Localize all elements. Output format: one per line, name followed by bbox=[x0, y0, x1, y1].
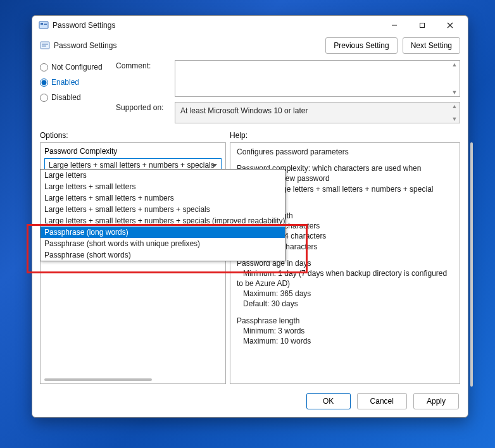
dropdown-item[interactable]: Large letters + small letters + numbers … bbox=[41, 215, 285, 227]
policy-icon bbox=[40, 40, 50, 51]
supported-value: At least Microsoft Windows 10 or later bbox=[180, 106, 308, 115]
svg-rect-3 bbox=[44, 24, 47, 25]
window-controls bbox=[380, 16, 464, 34]
svg-rect-2 bbox=[44, 23, 47, 23]
radio-label: Not Configured bbox=[51, 63, 103, 72]
dialog-footer: OK Cancel Apply bbox=[32, 387, 468, 417]
scroll-arrows: ▲▼ bbox=[450, 103, 459, 122]
titlebar: Password Settings bbox=[32, 16, 468, 35]
help-line: Minimum: 3 words bbox=[237, 327, 304, 335]
close-button[interactable] bbox=[436, 16, 464, 34]
svg-rect-0 bbox=[39, 22, 48, 28]
svg-rect-1 bbox=[41, 23, 43, 25]
svg-rect-8 bbox=[41, 42, 49, 49]
maximize-button[interactable] bbox=[408, 16, 436, 34]
help-line: Configures password parameters bbox=[237, 147, 453, 157]
supported-label: Supported on: bbox=[116, 102, 170, 112]
comment-textarea[interactable]: ▲▼ bbox=[175, 60, 460, 97]
window-title: Password Settings bbox=[53, 21, 380, 30]
dropdown-item[interactable]: Large letters bbox=[41, 170, 285, 181]
dropdown-item[interactable]: Large letters + small letters + numbers bbox=[41, 192, 285, 204]
help-line: Maximum: 365 days bbox=[237, 289, 311, 298]
comment-label: Comment: bbox=[116, 60, 170, 70]
scroll-arrows: ▲▼ bbox=[450, 61, 459, 96]
minimize-button[interactable] bbox=[380, 16, 408, 34]
horizontal-scrollbar[interactable] bbox=[44, 378, 152, 381]
state-radios: Not Configured Enabled Disabled bbox=[40, 60, 116, 123]
panes: Password Complexity Large letters + smal… bbox=[32, 142, 468, 387]
previous-setting-button[interactable]: Previous Setting bbox=[325, 37, 397, 54]
svg-rect-10 bbox=[42, 46, 46, 47]
options-pane: Password Complexity Large letters + smal… bbox=[40, 142, 226, 384]
complexity-dropdown[interactable]: Large lettersLarge letters + small lette… bbox=[40, 169, 285, 261]
help-line: Minimum: 1 day (7 days when backup direc… bbox=[237, 269, 447, 288]
dropdown-item[interactable]: Passphrase (short words) bbox=[41, 249, 285, 261]
radio-enabled[interactable]: Enabled bbox=[40, 78, 116, 87]
combobox-value: Large letters + small letters + numbers … bbox=[49, 161, 215, 170]
policy-title: Password Settings bbox=[54, 41, 325, 50]
dialog-window: Password Settings Password Settings Prev… bbox=[32, 15, 468, 418]
app-icon bbox=[39, 20, 49, 30]
config-row: Not Configured Enabled Disabled Comment:… bbox=[32, 59, 468, 125]
help-line: Maximum: 10 words bbox=[237, 337, 311, 345]
dropdown-item[interactable]: Large letters + small letters + numbers … bbox=[41, 204, 285, 215]
options-label: Options: bbox=[40, 131, 230, 140]
option-group-title: Password Complexity bbox=[44, 147, 222, 156]
cancel-button[interactable]: Cancel bbox=[357, 393, 407, 409]
svg-rect-5 bbox=[420, 23, 425, 28]
dropdown-item[interactable]: Passphrase (short words with unique pref… bbox=[41, 238, 285, 249]
dropdown-item[interactable]: Large letters + small letters bbox=[41, 181, 285, 192]
radio-not-configured[interactable]: Not Configured bbox=[40, 63, 116, 72]
pane-labels: Options: Help: bbox=[32, 125, 468, 142]
help-label: Help: bbox=[230, 131, 460, 140]
dropdown-item[interactable]: Passphrase (long words) bbox=[41, 227, 285, 238]
vertical-scrollbar[interactable] bbox=[470, 142, 473, 387]
next-setting-button[interactable]: Next Setting bbox=[403, 37, 460, 54]
supported-on-text: At least Microsoft Windows 10 or later ▲… bbox=[175, 102, 460, 123]
radio-disabled[interactable]: Disabled bbox=[40, 93, 116, 102]
help-line: Default: 30 days bbox=[237, 299, 298, 308]
help-line: Passphrase length bbox=[237, 316, 299, 325]
subheader: Password Settings Previous Setting Next … bbox=[32, 35, 468, 59]
radio-label: Disabled bbox=[51, 93, 81, 102]
svg-rect-9 bbox=[42, 44, 48, 45]
apply-button[interactable]: Apply bbox=[413, 393, 459, 409]
ok-button[interactable]: OK bbox=[306, 393, 351, 409]
radio-label: Enabled bbox=[51, 78, 79, 87]
